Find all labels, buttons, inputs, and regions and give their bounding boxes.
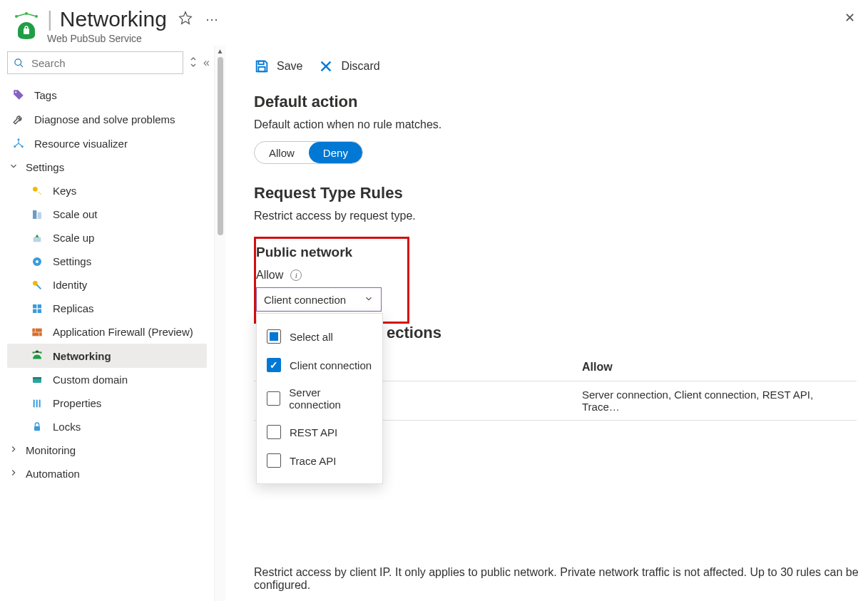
svg-point-7 bbox=[15, 91, 16, 93]
sidebar-group-monitoring[interactable]: Monitoring bbox=[7, 438, 207, 462]
sidebar-item-resource-viz[interactable]: Resource visualizer bbox=[7, 131, 207, 155]
dd-opt-label: REST API bbox=[290, 426, 337, 438]
default-action-toggle[interactable]: Allow Deny bbox=[254, 141, 363, 164]
sidebar-item-locks[interactable]: Locks bbox=[7, 415, 207, 438]
discard-icon bbox=[318, 58, 334, 74]
search-input-wrapper[interactable] bbox=[7, 51, 183, 74]
save-button[interactable]: Save bbox=[254, 58, 302, 74]
svg-rect-34 bbox=[34, 426, 40, 431]
sidebar-item-networking[interactable]: Networking bbox=[7, 344, 207, 368]
scroll-up-icon[interactable]: ▲ bbox=[217, 47, 224, 55]
sidebar-item-settings[interactable]: Settings bbox=[7, 250, 207, 273]
wrench-icon bbox=[11, 113, 26, 125]
sidebar-item-label: Locks bbox=[53, 421, 81, 433]
request-rules-title: Request Type Rules bbox=[254, 184, 862, 202]
favorite-star-icon[interactable] bbox=[178, 11, 193, 28]
nodes-icon bbox=[11, 137, 26, 150]
svg-point-11 bbox=[33, 187, 38, 192]
expand-collapse-icon[interactable] bbox=[189, 56, 198, 71]
svg-rect-19 bbox=[38, 304, 41, 308]
info-icon[interactable]: i bbox=[290, 269, 302, 281]
dd-opt-label: Trace API bbox=[290, 455, 336, 467]
identity-icon bbox=[30, 279, 44, 291]
pe-allow-header: Allow bbox=[568, 354, 857, 381]
sidebar-item-custom-domain[interactable]: Custom domain bbox=[7, 368, 207, 391]
key-icon bbox=[30, 185, 44, 197]
allow-dropdown-popup: Select all Client connection Server conn… bbox=[256, 313, 383, 484]
properties-icon bbox=[30, 398, 44, 409]
svg-rect-20 bbox=[33, 309, 36, 312]
sidebar-item-app-firewall[interactable]: Application Firewall (Preview) bbox=[7, 320, 207, 344]
sidebar-item-label: Diagnose and solve problems bbox=[34, 113, 175, 125]
public-network-title: Public network bbox=[256, 245, 397, 260]
collapse-sidebar-icon[interactable]: « bbox=[203, 56, 207, 69]
checkbox-icon[interactable] bbox=[267, 425, 281, 439]
search-icon bbox=[14, 58, 24, 68]
title-divider: | bbox=[47, 7, 53, 31]
sidebar-item-label: Scale out bbox=[53, 208, 98, 220]
svg-rect-35 bbox=[258, 61, 263, 65]
discard-label: Discard bbox=[341, 60, 379, 73]
svg-rect-30 bbox=[33, 377, 41, 379]
request-rules-desc: Restrict access by request type. bbox=[254, 210, 862, 222]
sidebar-item-label: Custom domain bbox=[53, 374, 128, 386]
default-action-title: Default action bbox=[254, 93, 862, 111]
dd-opt-server-connection[interactable]: Server connection bbox=[267, 379, 372, 418]
checkbox-icon[interactable] bbox=[267, 391, 280, 406]
svg-rect-33 bbox=[39, 399, 41, 407]
dd-opt-client-connection[interactable]: Client connection bbox=[267, 351, 372, 379]
svg-rect-36 bbox=[258, 67, 265, 71]
sidebar-group-automation[interactable]: Automation bbox=[7, 462, 207, 486]
sidebar-item-tags[interactable]: Tags bbox=[7, 83, 207, 107]
chevron-right-icon bbox=[9, 468, 20, 480]
ip-rules-desc: Restrict access by client IP. It only ap… bbox=[254, 566, 862, 592]
checkbox-checked-icon[interactable] bbox=[267, 358, 281, 372]
replicas-icon bbox=[30, 303, 44, 314]
allow-label: Allow bbox=[256, 269, 283, 282]
sidebar-scrollbar[interactable]: ▲ bbox=[214, 46, 225, 601]
sidebar-item-label: Keys bbox=[53, 185, 76, 197]
sidebar-item-identity[interactable]: Identity bbox=[7, 273, 207, 297]
svg-rect-32 bbox=[36, 399, 38, 407]
svg-rect-13 bbox=[38, 212, 41, 218]
scale-out-icon bbox=[30, 209, 44, 220]
chevron-down-icon bbox=[9, 161, 20, 173]
pe-allow-value: Server connection, Client connection, RE… bbox=[568, 381, 857, 421]
firewall-icon bbox=[30, 327, 44, 338]
more-icon[interactable]: ⋯ bbox=[205, 11, 218, 27]
sidebar-item-properties[interactable]: Properties bbox=[7, 391, 207, 415]
svg-rect-12 bbox=[33, 210, 36, 219]
chevron-right-icon bbox=[9, 444, 20, 456]
svg-rect-14 bbox=[34, 237, 41, 242]
dd-opt-label: Server connection bbox=[289, 386, 372, 411]
close-icon[interactable]: ✕ bbox=[844, 10, 855, 26]
sidebar-item-scale-up[interactable]: Scale up bbox=[7, 226, 207, 250]
discard-button[interactable]: Discard bbox=[318, 58, 379, 74]
dd-opt-select-all[interactable]: Select all bbox=[267, 322, 372, 351]
lock-icon bbox=[30, 421, 44, 433]
sidebar-item-replicas[interactable]: Replicas bbox=[7, 297, 207, 320]
dd-opt-trace-api[interactable]: Trace API bbox=[267, 446, 372, 475]
svg-rect-31 bbox=[34, 399, 35, 407]
allow-dropdown[interactable]: Client connection bbox=[256, 287, 382, 312]
sidebar-group-settings[interactable]: Settings bbox=[7, 155, 207, 179]
tag-icon bbox=[11, 88, 26, 101]
sidebar-item-scale-out[interactable]: Scale out bbox=[7, 202, 207, 226]
toggle-deny[interactable]: Deny bbox=[309, 142, 362, 163]
sidebar-item-label: Settings bbox=[53, 255, 91, 267]
sidebar-item-keys[interactable]: Keys bbox=[7, 179, 207, 202]
sidebar-item-label: Networking bbox=[53, 350, 111, 362]
search-input[interactable] bbox=[30, 56, 177, 70]
svg-point-8 bbox=[18, 138, 20, 140]
sidebar-item-diagnose[interactable]: Diagnose and solve problems bbox=[7, 107, 207, 131]
service-subtitle: Web PubSub Service bbox=[47, 33, 218, 44]
checkbox-partial-icon[interactable] bbox=[267, 329, 281, 344]
scroll-thumb[interactable] bbox=[218, 57, 223, 235]
networking-icon bbox=[30, 349, 44, 362]
toggle-allow[interactable]: Allow bbox=[255, 142, 309, 163]
dd-opt-label: Client connection bbox=[290, 359, 372, 371]
highlight-box: Public network Allow i Client connection… bbox=[254, 237, 409, 324]
dd-opt-rest-api[interactable]: REST API bbox=[267, 418, 372, 446]
checkbox-icon[interactable] bbox=[267, 453, 281, 468]
sidebar-item-label: Properties bbox=[53, 397, 101, 409]
